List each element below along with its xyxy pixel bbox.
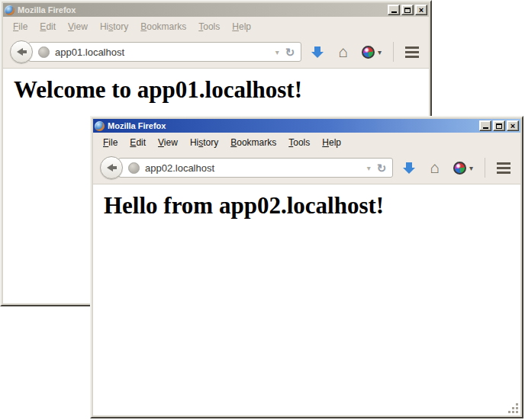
page-heading: Hello from app02.localhost! xyxy=(104,192,520,220)
minimize-button[interactable] xyxy=(479,120,491,131)
menu-tools[interactable]: Tools xyxy=(192,20,226,34)
reload-icon[interactable]: ↻ xyxy=(284,46,297,58)
menu-bookmarks[interactable]: Bookmarks xyxy=(224,136,282,149)
menu-file[interactable]: File xyxy=(97,136,124,149)
menu-edit[interactable]: Edit xyxy=(34,20,62,34)
app-menu-button[interactable] xyxy=(494,159,514,178)
close-icon: × xyxy=(511,121,515,130)
menu-history[interactable]: History xyxy=(94,20,134,34)
window-controls: × xyxy=(479,120,519,131)
urlbar-dropdown-icon[interactable]: ▾ xyxy=(271,48,284,56)
menu-edit[interactable]: Edit xyxy=(124,136,152,149)
window-title: Mozilla Firefox xyxy=(18,5,76,14)
maximize-icon xyxy=(404,8,411,13)
url-input[interactable] xyxy=(145,162,362,174)
navigation-toolbar: ▾ ↻ ⌂ ▾ xyxy=(3,36,429,69)
browser-window-app02: Mozilla Firefox × File Edit View History… xyxy=(90,116,523,418)
window-title: Mozilla Firefox xyxy=(108,121,166,130)
downloads-icon[interactable] xyxy=(311,46,324,58)
menu-help[interactable]: Help xyxy=(316,136,347,149)
toolbar-separator xyxy=(393,42,394,62)
resize-grip[interactable] xyxy=(508,403,519,414)
minimize-icon xyxy=(391,11,397,13)
menu-view[interactable]: View xyxy=(62,20,94,34)
menu-tools[interactable]: Tools xyxy=(282,136,316,149)
close-button[interactable]: × xyxy=(507,120,519,131)
lens-icon xyxy=(453,162,466,175)
menu-help[interactable]: Help xyxy=(226,20,257,34)
url-bar[interactable]: ▾ ↻ xyxy=(28,42,301,62)
minimize-icon xyxy=(483,127,488,129)
downloads-icon[interactable] xyxy=(403,162,415,174)
chevron-down-icon: ▾ xyxy=(469,164,473,172)
chevron-down-icon: ▾ xyxy=(378,48,382,56)
maximize-button[interactable] xyxy=(493,120,505,131)
urlbar-dropdown-icon[interactable]: ▾ xyxy=(362,164,375,172)
home-icon[interactable]: ⌂ xyxy=(430,159,440,175)
menu-bar: File Edit View History Bookmarks Tools H… xyxy=(3,17,429,36)
maximize-icon xyxy=(496,123,502,129)
reload-icon[interactable]: ↻ xyxy=(375,162,388,174)
app-menu-button[interactable] xyxy=(402,43,422,62)
home-icon[interactable]: ⌂ xyxy=(338,43,348,59)
hamburger-icon xyxy=(405,46,419,58)
firefox-icon[interactable] xyxy=(95,121,105,131)
window-controls: × xyxy=(388,5,427,15)
page-heading: Welcome to app01.localhost! xyxy=(14,76,429,104)
site-identity-globe-icon[interactable] xyxy=(128,162,140,174)
titlebar[interactable]: Mozilla Firefox × xyxy=(3,3,429,17)
back-arrow-icon xyxy=(17,48,27,56)
back-button[interactable] xyxy=(100,156,123,179)
addon-lens-button[interactable]: ▾ xyxy=(453,162,473,175)
maximize-button[interactable] xyxy=(401,5,414,15)
close-button[interactable]: × xyxy=(415,5,427,15)
minimize-button[interactable] xyxy=(388,5,400,15)
lens-icon xyxy=(362,46,375,59)
page-content: Hello from app02.localhost! xyxy=(93,184,520,415)
addon-lens-button[interactable]: ▾ xyxy=(362,46,382,59)
menu-history[interactable]: History xyxy=(184,136,224,149)
menu-bar: File Edit View History Bookmarks Tools H… xyxy=(93,133,520,152)
firefox-icon[interactable] xyxy=(5,5,14,15)
titlebar[interactable]: Mozilla Firefox × xyxy=(93,119,520,133)
close-icon: × xyxy=(419,5,424,14)
menu-view[interactable]: View xyxy=(152,136,184,149)
navigation-toolbar: ▾ ↻ ⌂ ▾ xyxy=(93,152,520,184)
toolbar-separator xyxy=(485,158,485,178)
hamburger-icon xyxy=(497,162,511,174)
site-identity-globe-icon[interactable] xyxy=(38,46,50,58)
back-button[interactable] xyxy=(10,40,33,63)
menu-bookmarks[interactable]: Bookmarks xyxy=(134,20,192,34)
url-input[interactable] xyxy=(55,46,271,58)
menu-file[interactable]: File xyxy=(7,20,34,34)
back-arrow-icon xyxy=(107,164,117,172)
url-bar[interactable]: ▾ ↻ xyxy=(118,158,393,178)
